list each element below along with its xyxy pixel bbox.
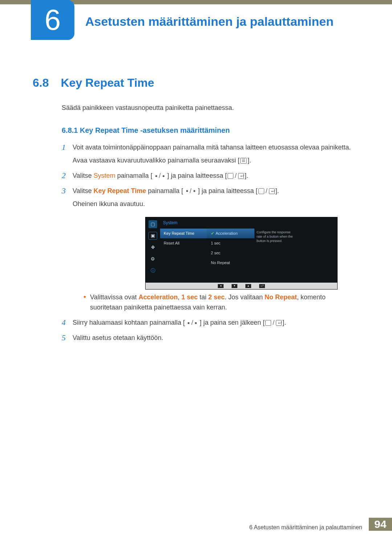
text: Siirry haluamaasi kohtaan painamalla [: [73, 319, 187, 326]
osd-menu-item: Key Repeat Time: [160, 229, 207, 238]
dot-icon: [188, 322, 189, 324]
page-footer: 6 Asetusten määrittäminen ja palauttamin…: [249, 518, 392, 531]
section-number: 6.8: [33, 76, 49, 89]
step-number: 3: [62, 186, 73, 313]
info-icon: ⓘ: [148, 267, 157, 275]
text: Voit avata toimintonäppäinoppaan painama…: [73, 144, 351, 151]
text: painamalla [: [115, 172, 154, 179]
enter-icon: [238, 173, 244, 179]
osd-description: Configure the response rate of a button …: [254, 228, 298, 283]
step-1: 1 Voit avata toimintonäppäinoppaan paina…: [62, 143, 359, 166]
text: ,: [178, 294, 181, 301]
section-intro: Säädä painikkeen vastausnopeutta painike…: [62, 104, 359, 112]
text: ] ja paina laitteessa [: [196, 187, 258, 194]
osd-option: No Repeat: [207, 258, 254, 268]
osd-option: 2 sec: [207, 248, 254, 258]
bullet-text: Valittavissa ovat Acceleration, 1 sec ta…: [90, 292, 359, 313]
section-title: Key Repeat Time: [61, 76, 154, 89]
bullet-dot-icon: [83, 292, 90, 313]
step-number: 5: [62, 333, 73, 343]
text: . Jos valitaan: [225, 294, 265, 301]
dot-icon: [193, 190, 195, 192]
section-heading: 6.8 Key Repeat Time: [33, 76, 359, 90]
rect-icon: [258, 188, 264, 194]
step-5: 5 Valittu asetus otetaan käyttöön.: [62, 333, 359, 343]
page-number: 94: [369, 518, 392, 531]
step-number: 1: [62, 143, 73, 166]
subsection-title: 6.8.1 Key Repeat Time -asetuksen määritt…: [62, 126, 359, 135]
highlight: Acceleration: [139, 294, 178, 301]
text: Valittavissa ovat: [90, 294, 139, 301]
chapter-title: Asetusten määrittäminen ja palauttaminen: [85, 15, 334, 29]
section: 6.8 Key Repeat Time Säädä painikkeen vas…: [33, 76, 359, 343]
enter-icon: [269, 188, 275, 194]
dot-icon: [186, 190, 188, 192]
footer-text: 6 Asetusten määrittäminen ja palauttamin…: [249, 518, 369, 531]
settings-icon: ⚙: [148, 255, 157, 263]
step-body: Valittu asetus otetaan käyttöön.: [73, 333, 359, 343]
rect-icon: [265, 320, 271, 326]
text: ].: [245, 172, 248, 179]
osd-options-col: ✔Acceleration 1 sec 2 sec No Repeat: [207, 228, 254, 283]
chapter-number: 6: [45, 5, 61, 34]
osd-nav-bar: ◂ ▾ ▴ ⮐: [146, 283, 337, 289]
highlight: No Repeat: [265, 294, 297, 301]
highlight: System: [94, 172, 115, 179]
text: ].: [282, 319, 286, 326]
text: tai: [198, 294, 208, 301]
text: Avaa vastaava kuvaruutuvalikko painamall…: [73, 157, 240, 164]
nav-down-icon: ▾: [232, 284, 237, 288]
nav-enter-icon: ⮐: [259, 284, 265, 288]
nav-up-icon: ▴: [245, 284, 251, 288]
dot-icon: [155, 175, 157, 177]
step-body: Valitse System painamalla [ / ] ja paina…: [73, 171, 359, 181]
bullet-item: Valittavissa ovat Acceleration, 1 sec ta…: [83, 292, 359, 313]
position-icon: ✥: [148, 243, 157, 251]
osd-sidebar: ▢ ▣ ✥ ⚙ ⓘ: [146, 217, 160, 283]
step-body: Valitse Key Repeat Time painamalla [ / ]…: [73, 186, 359, 313]
text: ].: [248, 157, 251, 164]
osd-menu-item: Reset All: [160, 238, 207, 248]
text: Acceleration: [216, 231, 238, 235]
step-3: 3 Valitse Key Repeat Time painamalla [ /…: [62, 186, 359, 313]
enter-icon: [276, 320, 282, 326]
dot-icon: [195, 322, 197, 324]
check-icon: ✔: [211, 231, 214, 235]
step-body: Voit avata toimintonäppäinoppaan painama…: [73, 143, 359, 166]
highlight: 1 sec: [181, 294, 198, 301]
text: Oheinen ikkuna avautuu.: [73, 199, 359, 209]
step-body: Siirry haluamaasi kohtaan painamalla [ /…: [73, 318, 359, 328]
step-2: 2 Valitse System painamalla [ / ] ja pai…: [62, 171, 359, 181]
text: ] ja paina sen jälkeen [: [198, 319, 265, 326]
text: Valitse: [73, 172, 94, 179]
highlight: 2 sec: [208, 294, 225, 301]
highlight: Key Repeat Time: [94, 187, 146, 194]
text: ].: [275, 187, 279, 194]
text: ] ja paina laitteessa [: [166, 172, 227, 179]
text: painamalla [: [146, 187, 185, 194]
picture-icon: ▣: [148, 232, 157, 240]
step-number: 4: [62, 318, 73, 328]
step-4: 4 Siirry haluamaasi kohtaan painamalla […: [62, 318, 359, 328]
text: Valitse: [73, 187, 94, 194]
osd-menu-col: Key Repeat Time Reset All: [160, 228, 207, 283]
menu-icon: [240, 158, 247, 164]
nav-left-icon: ◂: [218, 284, 224, 288]
brightness-icon: ▢: [148, 220, 157, 228]
osd-option: ✔Acceleration: [207, 229, 254, 238]
osd-option: 1 sec: [207, 238, 254, 248]
rect-icon: [228, 173, 233, 179]
chapter-header: 6 Asetusten määrittäminen ja palauttamin…: [0, 0, 392, 40]
dot-icon: [163, 175, 164, 177]
chapter-number-tab: 6: [31, 0, 74, 40]
osd-screenshot: ▢ ▣ ✥ ⚙ ⓘ System Key Repeat Time: [145, 217, 359, 290]
osd-title: System: [160, 217, 337, 228]
step-number: 2: [62, 171, 73, 181]
step-list: 1 Voit avata toimintonäppäinoppaan paina…: [62, 143, 359, 343]
